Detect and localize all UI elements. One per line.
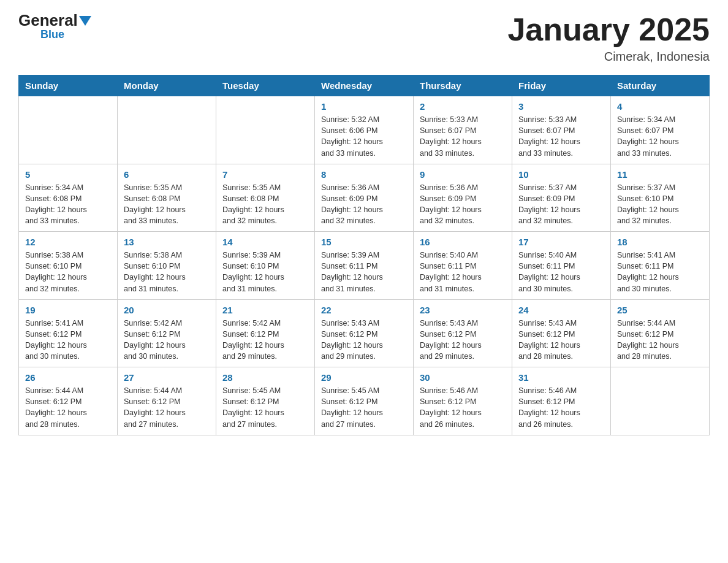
- day-info: Sunrise: 5:36 AM Sunset: 6:09 PM Dayligh…: [321, 182, 407, 227]
- week-row-4: 19Sunrise: 5:41 AM Sunset: 6:12 PM Dayli…: [19, 299, 710, 367]
- day-info: Sunrise: 5:37 AM Sunset: 6:09 PM Dayligh…: [518, 182, 604, 227]
- day-number: 17: [518, 237, 604, 247]
- day-number: 22: [321, 305, 407, 315]
- day-info: Sunrise: 5:33 AM Sunset: 6:07 PM Dayligh…: [420, 114, 506, 159]
- week-row-2: 5Sunrise: 5:34 AM Sunset: 6:08 PM Daylig…: [19, 164, 710, 232]
- day-info: Sunrise: 5:44 AM Sunset: 6:12 PM Dayligh…: [617, 318, 703, 362]
- day-cell: 5Sunrise: 5:34 AM Sunset: 6:08 PM Daylig…: [19, 164, 118, 232]
- day-info: Sunrise: 5:45 AM Sunset: 6:12 PM Dayligh…: [321, 385, 407, 430]
- day-info: Sunrise: 5:40 AM Sunset: 6:11 PM Dayligh…: [518, 250, 604, 294]
- day-number: 29: [321, 372, 407, 383]
- header-tuesday: Tuesday: [216, 75, 315, 96]
- day-info: Sunrise: 5:39 AM Sunset: 6:11 PM Dayligh…: [321, 250, 407, 294]
- day-info: Sunrise: 5:41 AM Sunset: 6:12 PM Dayligh…: [25, 318, 111, 362]
- day-number: 3: [518, 101, 604, 112]
- day-number: 10: [518, 169, 604, 180]
- day-number: 13: [124, 237, 210, 247]
- day-cell: 20Sunrise: 5:42 AM Sunset: 6:12 PM Dayli…: [118, 299, 216, 367]
- day-cell: 3Sunrise: 5:33 AM Sunset: 6:07 PM Daylig…: [512, 96, 611, 164]
- day-info: Sunrise: 5:40 AM Sunset: 6:11 PM Dayligh…: [420, 250, 506, 294]
- day-cell: 23Sunrise: 5:43 AM Sunset: 6:12 PM Dayli…: [414, 299, 512, 367]
- day-cell: 2Sunrise: 5:33 AM Sunset: 6:07 PM Daylig…: [414, 96, 512, 164]
- day-info: Sunrise: 5:38 AM Sunset: 6:10 PM Dayligh…: [124, 250, 210, 294]
- day-number: 11: [617, 169, 703, 180]
- day-cell: 17Sunrise: 5:40 AM Sunset: 6:11 PM Dayli…: [512, 232, 611, 300]
- location: Cimerak, Indonesia: [507, 50, 710, 64]
- day-number: 12: [25, 237, 111, 247]
- day-info: Sunrise: 5:43 AM Sunset: 6:12 PM Dayligh…: [420, 318, 506, 362]
- day-cell: 15Sunrise: 5:39 AM Sunset: 6:11 PM Dayli…: [315, 232, 414, 300]
- day-info: Sunrise: 5:38 AM Sunset: 6:10 PM Dayligh…: [25, 250, 111, 294]
- day-info: Sunrise: 5:43 AM Sunset: 6:12 PM Dayligh…: [321, 318, 407, 362]
- day-number: 6: [124, 169, 210, 180]
- day-info: Sunrise: 5:46 AM Sunset: 6:12 PM Dayligh…: [518, 385, 604, 430]
- day-cell: 12Sunrise: 5:38 AM Sunset: 6:10 PM Dayli…: [19, 232, 118, 300]
- day-number: 31: [518, 372, 604, 383]
- day-cell: 11Sunrise: 5:37 AM Sunset: 6:10 PM Dayli…: [611, 164, 710, 232]
- calendar-table: SundayMondayTuesdayWednesdayThursdayFrid…: [18, 75, 710, 435]
- day-info: Sunrise: 5:34 AM Sunset: 6:07 PM Dayligh…: [617, 114, 703, 159]
- day-cell: 8Sunrise: 5:36 AM Sunset: 6:09 PM Daylig…: [315, 164, 414, 232]
- day-number: 7: [222, 169, 308, 180]
- day-cell: 18Sunrise: 5:41 AM Sunset: 6:11 PM Dayli…: [611, 232, 710, 300]
- logo-triangle-icon: [79, 16, 91, 26]
- day-cell: 1Sunrise: 5:32 AM Sunset: 6:06 PM Daylig…: [315, 96, 414, 164]
- day-info: Sunrise: 5:42 AM Sunset: 6:12 PM Dayligh…: [124, 318, 210, 362]
- day-cell: 26Sunrise: 5:44 AM Sunset: 6:12 PM Dayli…: [19, 367, 118, 435]
- day-number: 28: [222, 372, 308, 383]
- day-cell: 29Sunrise: 5:45 AM Sunset: 6:12 PM Dayli…: [315, 367, 414, 435]
- day-cell: 24Sunrise: 5:43 AM Sunset: 6:12 PM Dayli…: [512, 299, 611, 367]
- week-row-3: 12Sunrise: 5:38 AM Sunset: 6:10 PM Dayli…: [19, 232, 710, 300]
- day-number: 9: [420, 169, 506, 180]
- day-number: 1: [321, 101, 407, 112]
- day-cell: 28Sunrise: 5:45 AM Sunset: 6:12 PM Dayli…: [216, 367, 315, 435]
- day-cell: 25Sunrise: 5:44 AM Sunset: 6:12 PM Dayli…: [611, 299, 710, 367]
- day-cell: 7Sunrise: 5:35 AM Sunset: 6:08 PM Daylig…: [216, 164, 315, 232]
- day-info: Sunrise: 5:45 AM Sunset: 6:12 PM Dayligh…: [222, 385, 308, 430]
- day-info: Sunrise: 5:46 AM Sunset: 6:12 PM Dayligh…: [420, 385, 506, 430]
- day-info: Sunrise: 5:32 AM Sunset: 6:06 PM Dayligh…: [321, 114, 407, 159]
- day-number: 19: [25, 305, 111, 315]
- day-number: 27: [124, 372, 210, 383]
- day-cell: [611, 367, 710, 435]
- logo-blue-text: Blue: [40, 28, 64, 41]
- day-number: 2: [420, 101, 506, 112]
- day-info: Sunrise: 5:36 AM Sunset: 6:09 PM Dayligh…: [420, 182, 506, 227]
- day-number: 20: [124, 305, 210, 315]
- day-cell: 22Sunrise: 5:43 AM Sunset: 6:12 PM Dayli…: [315, 299, 414, 367]
- day-info: Sunrise: 5:42 AM Sunset: 6:12 PM Dayligh…: [222, 318, 308, 362]
- day-number: 23: [420, 305, 506, 315]
- day-info: Sunrise: 5:44 AM Sunset: 6:12 PM Dayligh…: [25, 385, 111, 430]
- header-monday: Monday: [118, 75, 216, 96]
- day-info: Sunrise: 5:34 AM Sunset: 6:08 PM Dayligh…: [25, 182, 111, 227]
- day-number: 5: [25, 169, 111, 180]
- header-thursday: Thursday: [414, 75, 512, 96]
- day-number: 25: [617, 305, 703, 315]
- day-info: Sunrise: 5:35 AM Sunset: 6:08 PM Dayligh…: [222, 182, 308, 227]
- month-title: January 2025: [507, 12, 710, 47]
- day-cell: 9Sunrise: 5:36 AM Sunset: 6:09 PM Daylig…: [414, 164, 512, 232]
- day-info: Sunrise: 5:43 AM Sunset: 6:12 PM Dayligh…: [518, 318, 604, 362]
- day-info: Sunrise: 5:33 AM Sunset: 6:07 PM Dayligh…: [518, 114, 604, 159]
- day-number: 15: [321, 237, 407, 247]
- day-number: 8: [321, 169, 407, 180]
- day-number: 4: [617, 101, 703, 112]
- day-cell: 31Sunrise: 5:46 AM Sunset: 6:12 PM Dayli…: [512, 367, 611, 435]
- day-number: 16: [420, 237, 506, 247]
- page-header: General Blue January 2025 Cimerak, Indon…: [18, 12, 710, 64]
- header-sunday: Sunday: [19, 75, 118, 96]
- day-cell: [216, 96, 315, 164]
- day-info: Sunrise: 5:39 AM Sunset: 6:10 PM Dayligh…: [222, 250, 308, 294]
- day-info: Sunrise: 5:37 AM Sunset: 6:10 PM Dayligh…: [617, 182, 703, 227]
- day-cell: 16Sunrise: 5:40 AM Sunset: 6:11 PM Dayli…: [414, 232, 512, 300]
- day-cell: 19Sunrise: 5:41 AM Sunset: 6:12 PM Dayli…: [19, 299, 118, 367]
- day-cell: 14Sunrise: 5:39 AM Sunset: 6:10 PM Dayli…: [216, 232, 315, 300]
- day-cell: 30Sunrise: 5:46 AM Sunset: 6:12 PM Dayli…: [414, 367, 512, 435]
- day-cell: 10Sunrise: 5:37 AM Sunset: 6:09 PM Dayli…: [512, 164, 611, 232]
- day-cell: 4Sunrise: 5:34 AM Sunset: 6:07 PM Daylig…: [611, 96, 710, 164]
- day-number: 14: [222, 237, 308, 247]
- day-cell: [118, 96, 216, 164]
- logo-general: General: [18, 12, 78, 28]
- day-cell: 13Sunrise: 5:38 AM Sunset: 6:10 PM Dayli…: [118, 232, 216, 300]
- day-cell: 6Sunrise: 5:35 AM Sunset: 6:08 PM Daylig…: [118, 164, 216, 232]
